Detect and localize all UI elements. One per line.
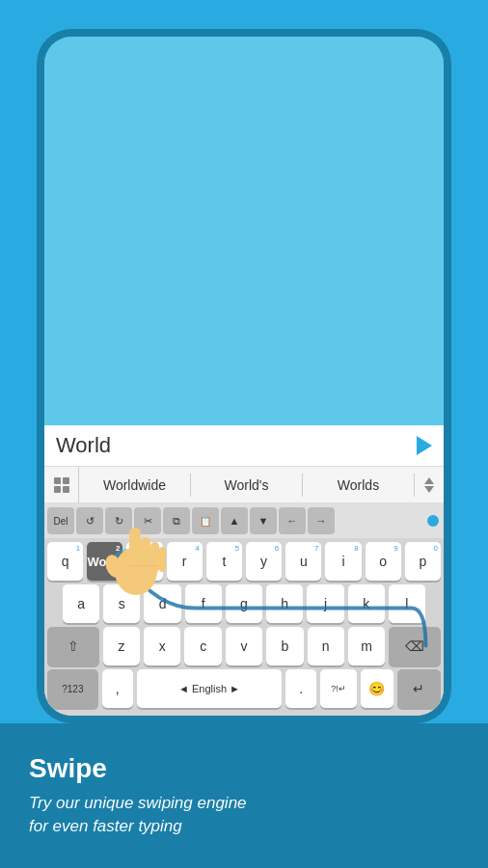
key-u[interactable]: u7 xyxy=(285,542,321,581)
send-icon[interactable] xyxy=(417,436,432,455)
key-e[interactable]: e3 xyxy=(126,542,162,581)
toolbar-down-btn[interactable]: ▼ xyxy=(250,507,277,534)
suggestion-worlds[interactable]: World's xyxy=(191,474,303,497)
text-input-bar: World xyxy=(44,425,444,467)
suggestion-worlds2[interactable]: Worlds xyxy=(303,474,415,497)
scroll-down-icon xyxy=(424,486,434,493)
key-period[interactable]: . xyxy=(285,669,316,708)
suggestion-grid-btn[interactable] xyxy=(44,467,79,502)
key-g[interactable]: g xyxy=(226,584,262,623)
key-row-2: a s d f g h j k l xyxy=(47,584,441,623)
key-h[interactable]: h xyxy=(266,584,303,623)
toolbar-row: Del ↺ ↻ ✂ ⧉ 📋 ▲ ▼ ← → xyxy=(44,503,444,538)
word-overlay: World xyxy=(87,555,122,569)
toolbar-del-btn[interactable]: Del xyxy=(47,507,74,534)
key-backspace[interactable]: ⌫ xyxy=(389,627,441,665)
key-l[interactable]: l xyxy=(389,584,425,623)
suggestion-scroll[interactable] xyxy=(415,467,444,502)
toolbar-cut-btn[interactable]: ✂ xyxy=(134,507,161,534)
key-emoji[interactable]: 😊 xyxy=(361,669,393,708)
toolbar-right-btn[interactable]: → xyxy=(308,507,335,534)
key-c[interactable]: c xyxy=(184,627,221,665)
keyboard-container: World Worldwide World's Worlds xyxy=(44,425,444,716)
key-row-3: ⇧ z x c v b n m ⌫ xyxy=(47,627,441,665)
key-o[interactable]: o9 xyxy=(366,542,401,581)
scroll-up-icon xyxy=(424,477,434,484)
swipe-desc-text: Try our unique swiping engine for even f… xyxy=(29,794,247,835)
key-t[interactable]: t5 xyxy=(206,542,242,581)
key-row-4: ?123 , ◄ English ► . ?!↵ 😊 ↵ xyxy=(47,669,441,708)
grid-icon xyxy=(54,477,69,493)
key-n[interactable]: n xyxy=(308,627,344,665)
key-enter[interactable]: ↵ xyxy=(397,669,441,708)
key-w[interactable]: World 2 xyxy=(87,542,122,581)
phone-screen: World Worldwide World's Worlds xyxy=(44,37,444,716)
key-q[interactable]: q1 xyxy=(47,542,83,581)
toolbar-paste-btn[interactable]: 📋 xyxy=(192,507,219,534)
key-r[interactable]: r4 xyxy=(167,542,203,581)
key-numbers[interactable]: ?123 xyxy=(47,669,98,708)
toolbar-redo-btn[interactable]: ↻ xyxy=(105,507,132,534)
key-j[interactable]: j xyxy=(307,584,343,623)
key-row-1: q1 World 2 e3 r4 t5 y6 u7 i8 o9 p0 xyxy=(47,542,441,581)
toolbar-blue-dot xyxy=(427,515,439,527)
toolbar-left-btn[interactable]: ← xyxy=(279,507,306,534)
key-d[interactable]: d xyxy=(144,584,180,623)
keyboard-rows: q1 World 2 e3 r4 t5 y6 u7 i8 o9 p0 a xyxy=(44,538,444,716)
key-f[interactable]: f xyxy=(185,584,222,623)
key-m[interactable]: m xyxy=(348,627,385,665)
key-z[interactable]: z xyxy=(103,627,140,665)
swipe-title: Swipe xyxy=(29,753,459,784)
screen-top xyxy=(44,37,444,425)
key-space[interactable]: ◄ English ► xyxy=(137,669,283,708)
key-k[interactable]: k xyxy=(348,584,385,623)
toolbar-up-btn[interactable]: ▲ xyxy=(221,507,248,534)
key-v[interactable]: v xyxy=(226,627,262,665)
key-shift[interactable]: ⇧ xyxy=(47,627,99,665)
key-special[interactable]: ?!↵ xyxy=(320,669,357,708)
suggestion-worldwide[interactable]: Worldwide xyxy=(79,474,191,497)
toolbar-copy-btn[interactable]: ⧉ xyxy=(163,507,190,534)
key-x[interactable]: x xyxy=(144,627,180,665)
key-p[interactable]: p0 xyxy=(405,542,441,581)
swipe-description: Try our unique swiping engine for even f… xyxy=(29,792,459,838)
key-s[interactable]: s xyxy=(103,584,140,623)
toolbar-undo-btn[interactable]: ↺ xyxy=(76,507,103,534)
bottom-section: Swipe Try our unique swiping engine for … xyxy=(0,723,488,868)
key-b[interactable]: b xyxy=(266,627,303,665)
key-y[interactable]: y6 xyxy=(246,542,282,581)
key-comma[interactable]: , xyxy=(102,669,133,708)
key-a[interactable]: a xyxy=(63,584,99,623)
typed-text: World xyxy=(56,433,409,458)
key-i[interactable]: i8 xyxy=(325,542,361,581)
phone-frame: World Worldwide World's Worlds xyxy=(37,29,451,723)
suggestions-bar: Worldwide World's Worlds xyxy=(44,467,444,503)
